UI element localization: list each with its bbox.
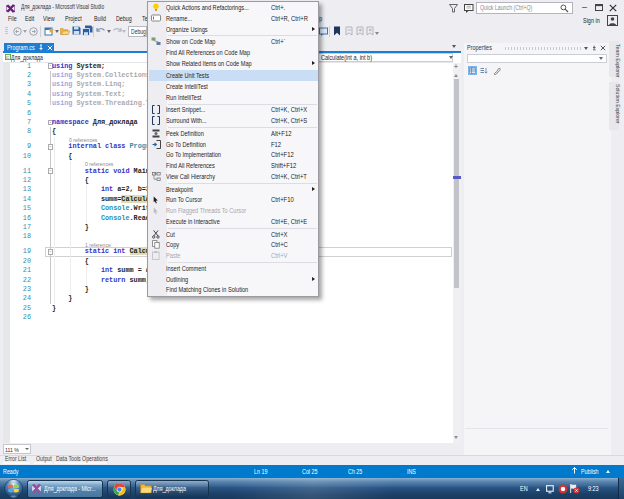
svg-text:C: C	[5, 55, 8, 60]
